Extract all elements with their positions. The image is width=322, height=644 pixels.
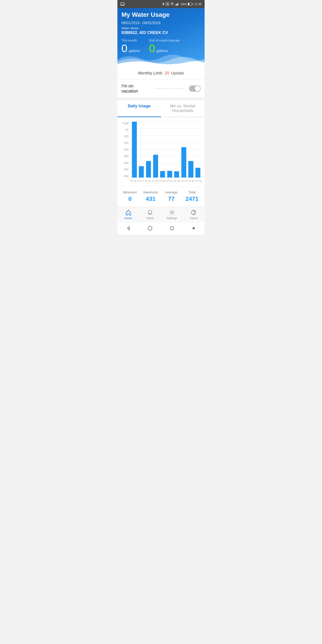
bar-07.16[interactable] — [132, 122, 137, 178]
y-label-200: 200 — [120, 148, 128, 151]
nav-settings-label: Settings — [166, 216, 177, 220]
bar-07.17[interactable] — [139, 166, 144, 178]
bar-col — [152, 122, 159, 178]
x-label-07.19: 07.19 — [152, 180, 159, 182]
tab-daily-usage[interactable]: Daily Usage — [118, 100, 161, 117]
nav-settings[interactable]: Settings — [161, 209, 183, 220]
bar-07.19[interactable] — [153, 155, 158, 178]
stat-average-value: 77 — [161, 196, 182, 202]
vacation-label: I'm on vacation — [122, 84, 150, 94]
stat-total-value: 2471 — [182, 196, 202, 202]
x-label-07.18: 07.18 — [144, 180, 152, 182]
bar-col — [131, 122, 138, 178]
svg-rect-5 — [177, 3, 178, 6]
svg-rect-3 — [175, 5, 176, 6]
stat-minimum-value: 0 — [120, 196, 140, 202]
bar-07.20[interactable] — [160, 171, 165, 178]
svg-rect-16 — [193, 228, 194, 229]
tab-comparison[interactable]: Me vs. Similar Households — [161, 100, 204, 117]
sys-back-button[interactable] — [126, 226, 131, 231]
stats-row: Minimum 0 Maximum 431 Average 77 Total 2… — [118, 186, 204, 207]
bar-07.23[interactable] — [181, 147, 186, 178]
meter-id: 9388922, 402 CREEK CV — [122, 30, 200, 35]
laptop-icon — [120, 2, 124, 6]
battery-percent: 24% — [181, 2, 186, 6]
svg-rect-4 — [176, 4, 177, 6]
svg-point-14 — [148, 226, 152, 230]
sys-menu-button[interactable] — [191, 226, 196, 231]
status-right: N 24% 17:36 — [162, 2, 202, 6]
x-label-07.21: 07.21 — [166, 180, 173, 182]
svg-rect-9 — [192, 4, 193, 5]
stat-maximum-value: 431 — [140, 196, 161, 202]
svg-marker-13 — [128, 226, 129, 230]
y-label-150: 150 — [120, 142, 128, 144]
svg-rect-6 — [178, 3, 179, 6]
svg-rect-8 — [188, 3, 189, 5]
home-icon — [125, 209, 132, 216]
y-label-100: 100 — [120, 135, 128, 138]
bluetooth-icon — [162, 2, 164, 6]
bar-col — [145, 122, 152, 178]
header: My Water Usage 08/01/2019 - 09/01/2019 W… — [118, 8, 204, 67]
chart-inner: 07.1607.1707.1807.1907.2007.2107.2207.23… — [130, 122, 202, 184]
bar-col — [138, 122, 145, 178]
nav-about[interactable]: About — [183, 209, 205, 220]
nav-home-label: Home — [124, 216, 132, 220]
nav-alerts-label: Alerts — [146, 216, 154, 220]
x-label-07.25: 07.25 — [195, 180, 202, 182]
bar-07.24[interactable] — [188, 161, 193, 178]
vacation-toggle[interactable] — [189, 86, 200, 92]
stat-maximum: Maximum 431 — [140, 190, 161, 202]
svg-rect-0 — [121, 3, 124, 5]
bar-col — [180, 122, 188, 178]
monthly-limit-update[interactable]: Update — [171, 71, 184, 76]
bar-col — [166, 122, 173, 178]
stat-maximum-label: Maximum — [140, 190, 161, 194]
sys-home-button[interactable] — [147, 226, 153, 231]
nav-alerts[interactable]: Alerts — [139, 209, 161, 220]
svg-point-10 — [171, 212, 173, 213]
stat-minimum: Minimum 0 — [120, 190, 140, 202]
x-label-07.20: 07.20 — [159, 180, 166, 182]
forecast-label: End of month forecast — [149, 39, 180, 42]
vacation-row: I'm on vacation — [118, 80, 204, 98]
vacation-dots-divider — [155, 88, 184, 89]
toggle-knob — [195, 86, 200, 91]
status-bar: N 24% 17:36 — [118, 0, 204, 8]
this-month-label: This month — [122, 39, 140, 42]
bar-07.18[interactable] — [146, 161, 151, 178]
bar-col — [173, 122, 180, 178]
nav-home[interactable]: Home — [118, 209, 139, 220]
x-label-07.24: 07.24 — [188, 180, 195, 182]
y-axis: 400 350 300 250 200 150 100 50 0 gal — [120, 122, 130, 184]
x-label-07.16: 07.16 — [130, 180, 137, 182]
status-left — [120, 2, 124, 6]
nav-about-label: About — [190, 216, 198, 220]
x-label-07.23: 07.23 — [181, 180, 188, 182]
stat-average-label: Average — [161, 190, 182, 194]
svg-point-2 — [172, 5, 172, 6]
time-display: 17:36 — [194, 2, 202, 6]
y-label-300: 300 — [120, 162, 128, 164]
nfc-icon: N — [166, 2, 169, 6]
battery-icon — [188, 3, 193, 6]
wifi-icon — [170, 2, 174, 6]
signal-icon — [175, 2, 179, 6]
stat-total-label: Total — [182, 190, 202, 194]
tabs-container: Daily Usage Me vs. Similar Households — [118, 100, 204, 117]
stat-minimum-label: Minimum — [120, 190, 140, 194]
sys-recents-button[interactable] — [169, 226, 175, 231]
x-labels: 07.1607.1707.1807.1907.2007.2107.2207.23… — [130, 178, 202, 184]
bar-07.25[interactable] — [196, 168, 200, 178]
chart-area: 400 350 300 250 200 150 100 50 0 gal — [118, 117, 204, 186]
stat-average: Average 77 — [161, 190, 182, 202]
bar-07.22[interactable] — [174, 171, 179, 178]
meter-label: Water Meter: — [122, 26, 200, 30]
bar-07.21[interactable] — [167, 171, 172, 178]
y-label-250: 250 — [120, 155, 128, 158]
monthly-limit-value: 20 — [164, 71, 169, 76]
settings-icon — [169, 209, 175, 216]
date-range: 08/01/2019 - 09/01/2019 — [122, 21, 160, 25]
bar-col — [194, 122, 202, 178]
